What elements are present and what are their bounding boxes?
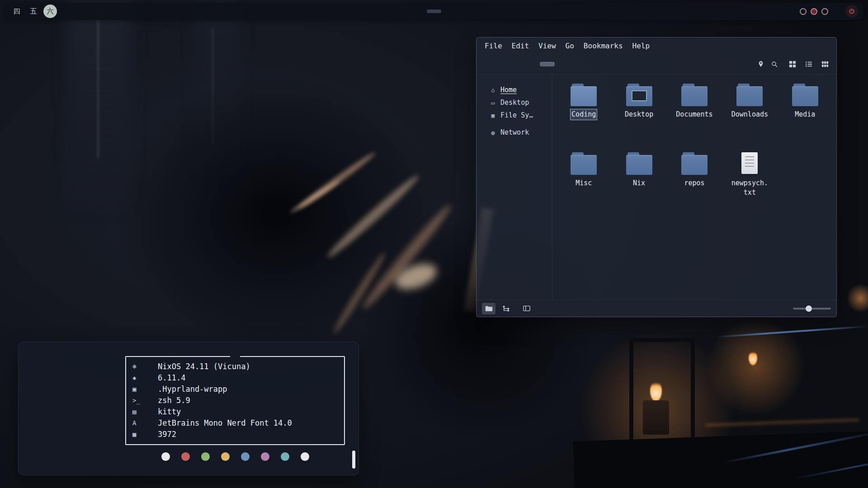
- sidebar-item-label: Desktop: [500, 99, 529, 107]
- compact-view-icon: [821, 61, 829, 68]
- desktop-folder-icon: [626, 84, 652, 106]
- split-panel-button[interactable]: [520, 303, 533, 314]
- fetch-line: ◈ 6.11.4: [132, 372, 338, 383]
- sidebar-item[interactable]: ⌂ Home: [479, 84, 549, 96]
- zoom-slider[interactable]: [793, 304, 831, 313]
- sidebar-item[interactable]: ▣ File Sy…: [479, 109, 549, 122]
- active-window-title: [427, 9, 441, 13]
- sidebar: ⌂ Home ▭ Desktop ▣ File Sy…: [476, 75, 552, 300]
- search-icon: [771, 61, 778, 68]
- file-item[interactable]: repos: [669, 152, 720, 221]
- palette-dot: [281, 452, 289, 461]
- menu-item[interactable]: Go: [565, 41, 575, 51]
- menu-item[interactable]: View: [538, 41, 557, 51]
- file-label: Documents: [675, 109, 713, 120]
- fetch-line: ▤ kitty: [132, 406, 338, 417]
- palette-dot: [161, 452, 170, 461]
- menu-item[interactable]: Bookmarks: [583, 41, 624, 51]
- list-view-button[interactable]: [802, 57, 816, 71]
- workspace-button[interactable]: 六: [43, 5, 57, 18]
- terminal-scrollbar[interactable]: [352, 450, 355, 469]
- text-file-icon: [736, 152, 763, 175]
- folder-icon: [571, 84, 597, 106]
- menu-item[interactable]: Help: [632, 41, 651, 51]
- file-item[interactable]: Documents: [669, 84, 720, 152]
- sidebar-item-label: File Sy…: [500, 111, 533, 119]
- search-button[interactable]: [768, 57, 781, 71]
- tray-indicator-2[interactable]: [811, 8, 817, 15]
- icon-view-button[interactable]: [786, 57, 799, 71]
- sidebar-item[interactable]: ▭ Desktop: [479, 96, 549, 109]
- sidebar-section-network[interactable]: [479, 122, 549, 126]
- nixos-logo: [32, 370, 110, 447]
- file-label: Media: [794, 109, 816, 120]
- sidebar-section-my-computer[interactable]: [479, 79, 549, 84]
- workspace-button[interactable]: 五: [27, 5, 40, 18]
- file-label: Nix: [632, 178, 646, 188]
- file-item[interactable]: Misc: [558, 152, 609, 221]
- tray-indicator-3[interactable]: [821, 8, 828, 15]
- os-icon: ❄: [132, 363, 144, 370]
- palette-dot: [221, 452, 230, 461]
- status-bar: [476, 300, 836, 317]
- fetch-line: ❄ NixOS 24.11 (Vicuna): [132, 361, 338, 372]
- list-view-icon: [805, 61, 812, 68]
- zoom-slider-track[interactable]: [793, 308, 831, 310]
- fetch-line: >_ zsh 5.9: [132, 394, 338, 406]
- tree-pane-icon: [502, 305, 509, 312]
- folder-icon: [681, 152, 708, 175]
- fetch-line: A JetBrains Mono Nerd Font 14.0: [132, 417, 338, 428]
- fetch-value: kitty: [158, 407, 181, 416]
- file-item[interactable]: Downloads: [724, 84, 775, 152]
- power-button[interactable]: [845, 5, 858, 18]
- back-button[interactable]: [481, 57, 496, 71]
- top-bar-right: [800, 5, 858, 18]
- file-item[interactable]: newpsych.txt: [724, 152, 775, 221]
- breadcrumb-bar: [532, 62, 563, 66]
- sidebar-item[interactable]: ◍ Network: [479, 126, 549, 139]
- location-button[interactable]: [754, 57, 768, 71]
- file-item[interactable]: Desktop: [614, 84, 665, 152]
- palette-dot: [201, 452, 210, 461]
- sidebar-item-label: Network: [500, 128, 529, 136]
- network-icon: ◍: [489, 129, 497, 136]
- grid-view-icon: [789, 61, 796, 68]
- workspace-label: 四: [14, 7, 20, 16]
- wallpaper-candle-glow: [846, 284, 868, 313]
- menu-item[interactable]: File: [484, 41, 503, 51]
- home-icon: ⌂: [489, 87, 497, 94]
- folder-icon: [792, 84, 818, 106]
- location-pin-icon: [757, 61, 764, 68]
- fetch-output: ❄ NixOS 24.11 (Vicuna) ◈ 6.11.4 ▣ .Hyprl…: [125, 356, 345, 461]
- zoom-slider-thumb[interactable]: [806, 305, 812, 312]
- workspace-label: 六: [47, 7, 54, 16]
- file-label: Downloads: [731, 109, 769, 120]
- file-grid: Coding Desktop Documents Downloads: [552, 75, 836, 300]
- compact-view-button[interactable]: [818, 57, 832, 71]
- file-item[interactable]: Coding: [558, 84, 609, 152]
- file-item[interactable]: Nix: [614, 152, 665, 221]
- sidebar-toggle-button[interactable]: [482, 303, 495, 314]
- filesystem-icon: ▣: [489, 112, 497, 119]
- file-label: Desktop: [624, 109, 654, 120]
- fetch-value: 6.11.4: [158, 373, 185, 382]
- file-item[interactable]: Media: [780, 84, 830, 152]
- tray-indicator-1[interactable]: [800, 8, 807, 15]
- palette-dot: [301, 452, 309, 461]
- menu-item[interactable]: Edit: [511, 41, 530, 51]
- font-icon: A: [132, 419, 144, 427]
- up-button[interactable]: [512, 57, 527, 71]
- tree-view-button[interactable]: [499, 303, 513, 314]
- toolbar: [476, 54, 836, 75]
- breadcrumb[interactable]: [540, 62, 555, 66]
- wallpaper-lantern: [629, 338, 695, 342]
- terminal-color-palette: [125, 452, 345, 461]
- shell-icon: >_: [132, 397, 144, 404]
- folder-icon: [571, 152, 597, 175]
- workspace-button[interactable]: 四: [10, 5, 24, 18]
- forward-button[interactable]: [496, 57, 512, 71]
- folder-icon: [736, 84, 763, 106]
- wallpaper-candle: [643, 400, 669, 435]
- file-label: Coding: [571, 109, 597, 120]
- view-mode-group: [786, 57, 832, 71]
